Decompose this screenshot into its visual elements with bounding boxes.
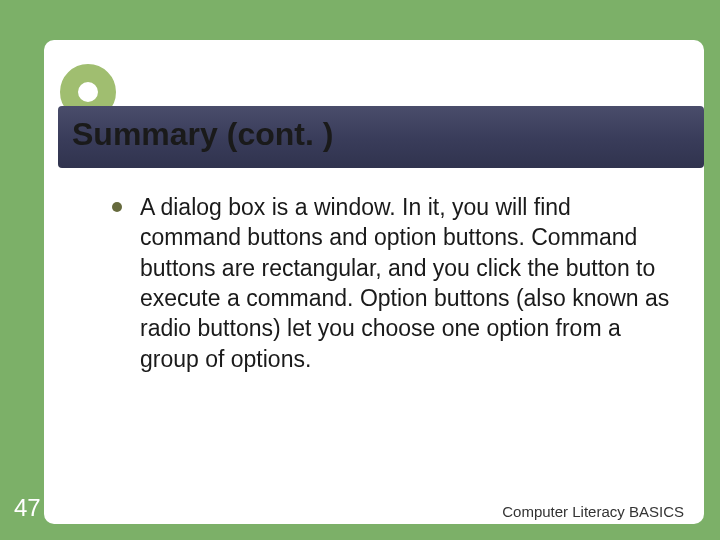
bullet-text: A dialog box is a window. In it, you wil… (140, 192, 672, 374)
bullet-dot-icon (112, 202, 122, 212)
slide-body: A dialog box is a window. In it, you wil… (112, 192, 672, 374)
footer-text: Computer Literacy BASICS (502, 503, 684, 520)
page-number: 47 (14, 494, 41, 522)
slide-title: Summary (cont. ) (72, 116, 333, 153)
bullet-item: A dialog box is a window. In it, you wil… (112, 192, 672, 374)
